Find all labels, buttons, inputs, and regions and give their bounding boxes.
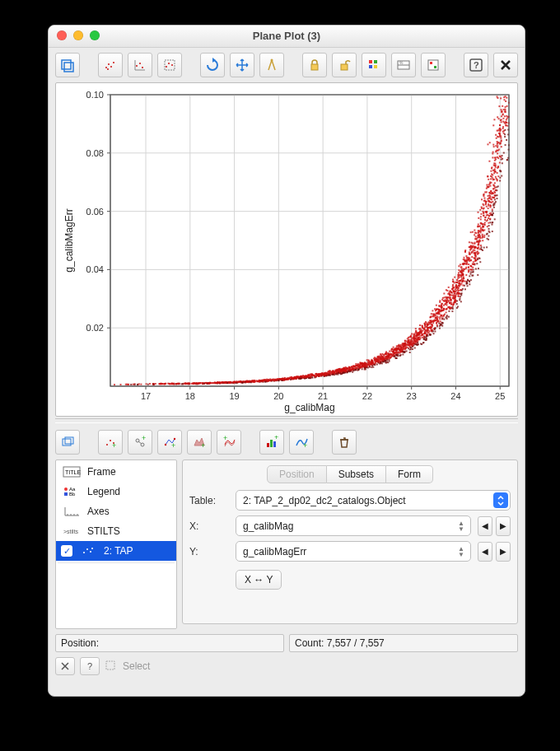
control-tree[interactable]: TITLE Frame AaBb Legend Axes >stilts STI… — [55, 459, 177, 629]
svg-rect-1917 — [442, 318, 444, 320]
footer-help-button[interactable]: ? — [80, 657, 100, 675]
svg-rect-2018 — [488, 222, 489, 224]
svg-rect-1897 — [489, 212, 491, 214]
table-select[interactable]: 2: TAP_2_dp02_dc2_catalogs.Object — [236, 490, 511, 511]
svg-rect-1621 — [478, 235, 479, 236]
legend-button[interactable]: % — [391, 53, 416, 77]
svg-rect-2212 — [371, 362, 372, 364]
add-layer-button[interactable] — [55, 430, 80, 455]
svg-rect-1379 — [453, 281, 455, 282]
add-histogram-layer-button[interactable]: + — [259, 430, 284, 455]
svg-rect-2286 — [472, 246, 474, 248]
svg-rect-1002 — [487, 226, 488, 227]
x-next-button[interactable]: ▶ — [496, 516, 511, 536]
legend-tree-icon: AaBb — [61, 485, 82, 498]
sketch-button[interactable] — [362, 53, 386, 77]
rescale-button[interactable] — [128, 53, 152, 77]
svg-rect-1988 — [425, 338, 427, 340]
redraw-button[interactable] — [200, 53, 225, 77]
tree-empty-area[interactable] — [58, 562, 175, 625]
lock-y-button[interactable] — [332, 53, 357, 77]
move-icon — [235, 58, 250, 72]
add-pair-layer-button[interactable]: + — [128, 430, 152, 455]
export-plot-button[interactable] — [55, 53, 80, 77]
zoom-window-button[interactable] — [90, 30, 100, 40]
svg-rect-2332 — [411, 343, 413, 345]
replot-button[interactable] — [98, 53, 123, 77]
svg-rect-2039 — [493, 170, 495, 171]
svg-rect-1561 — [486, 206, 488, 208]
plane-plot-window: Plane Plot (3) % ? 1718192021222324250.0… — [48, 25, 525, 697]
tab-position[interactable]: Position — [267, 465, 327, 483]
svg-rect-1099 — [457, 287, 459, 289]
pan-button[interactable] — [230, 53, 254, 77]
tree-item-frame[interactable]: TITLE Frame — [56, 462, 176, 482]
svg-rect-1677 — [486, 184, 488, 186]
svg-rect-1191 — [492, 208, 493, 210]
swap-xy-button[interactable]: X ↔ Y — [236, 570, 282, 590]
aux-axis-button[interactable] — [421, 53, 446, 77]
x-prev-button[interactable]: ◀ — [478, 516, 492, 536]
measure-button[interactable] — [259, 53, 284, 77]
y-next-button[interactable]: ▶ — [496, 542, 511, 562]
svg-rect-1669 — [379, 362, 380, 363]
tree-item-legend[interactable]: AaBb Legend — [56, 482, 176, 501]
add-area-layer-button[interactable]: + — [187, 430, 212, 455]
svg-rect-2089 — [147, 384, 149, 385]
svg-rect-1997 — [483, 212, 484, 213]
svg-rect-1823 — [361, 363, 362, 365]
svg-rect-2294 — [441, 306, 442, 308]
svg-rect-1511 — [496, 189, 497, 191]
svg-rect-2183 — [470, 271, 472, 273]
x-field[interactable]: g_calibMag ▲▼ — [236, 515, 471, 536]
svg-rect-2094 — [371, 363, 372, 365]
add-mark-layer-button[interactable]: + — [98, 430, 123, 455]
svg-rect-2314 — [498, 118, 500, 119]
svg-rect-2105 — [343, 372, 344, 374]
add-quad-layer-button[interactable]: + — [157, 430, 182, 455]
svg-rect-2244 — [419, 329, 421, 331]
rescale-xy-button[interactable] — [157, 53, 182, 77]
add-xyarray-layer-button[interactable]: + — [217, 430, 241, 455]
svg-rect-864 — [167, 383, 169, 385]
svg-rect-24 — [428, 60, 438, 70]
tab-subsets[interactable]: Subsets — [327, 465, 386, 483]
tree-item-stilts[interactable]: >stilts STILTS — [56, 521, 176, 541]
svg-rect-1298 — [429, 334, 431, 335]
help-icon: ? — [469, 58, 483, 72]
help-button[interactable]: ? — [464, 53, 488, 77]
svg-rect-1018 — [465, 267, 467, 268]
svg-rect-1963 — [441, 299, 443, 301]
svg-rect-1903 — [311, 377, 313, 379]
close-button[interactable] — [493, 53, 518, 77]
tree-item-axes[interactable]: Axes — [56, 501, 176, 521]
footer-close-button[interactable] — [55, 657, 75, 675]
scatter-plot[interactable]: 1718192021222324250.020.040.060.080.10g_… — [59, 86, 517, 414]
svg-rect-2365 — [282, 379, 284, 380]
svg-rect-2218 — [372, 363, 374, 365]
lock-x-button[interactable] — [302, 53, 327, 77]
y-prev-button[interactable]: ◀ — [478, 542, 492, 562]
svg-rect-766 — [469, 281, 470, 282]
tab-form[interactable]: Form — [386, 465, 433, 483]
splitter[interactable] — [55, 418, 518, 423]
svg-point-3 — [108, 63, 110, 65]
tree-item-layer-selected[interactable]: ✓ 2: TAP — [56, 541, 176, 561]
svg-rect-1366 — [497, 180, 498, 181]
svg-rect-1923 — [449, 308, 450, 310]
svg-rect-847 — [497, 175, 499, 177]
svg-rect-1678 — [348, 371, 350, 372]
svg-rect-2414 — [294, 376, 296, 378]
y-field[interactable]: g_calibMagErr ▲▼ — [236, 541, 471, 562]
minimize-window-button[interactable] — [73, 30, 83, 40]
svg-rect-2152 — [376, 363, 378, 365]
tree-item-label: 2: TAP — [104, 545, 133, 557]
svg-rect-2448 — [273, 441, 276, 447]
svg-rect-1067 — [464, 288, 466, 290]
close-window-button[interactable] — [57, 30, 67, 40]
add-function-layer-button[interactable]: + — [289, 430, 314, 455]
remove-layer-button[interactable] — [332, 430, 357, 455]
layer-visible-checkbox[interactable]: ✓ — [61, 545, 72, 557]
svg-text:24: 24 — [450, 391, 460, 401]
svg-rect-2011 — [393, 348, 394, 350]
